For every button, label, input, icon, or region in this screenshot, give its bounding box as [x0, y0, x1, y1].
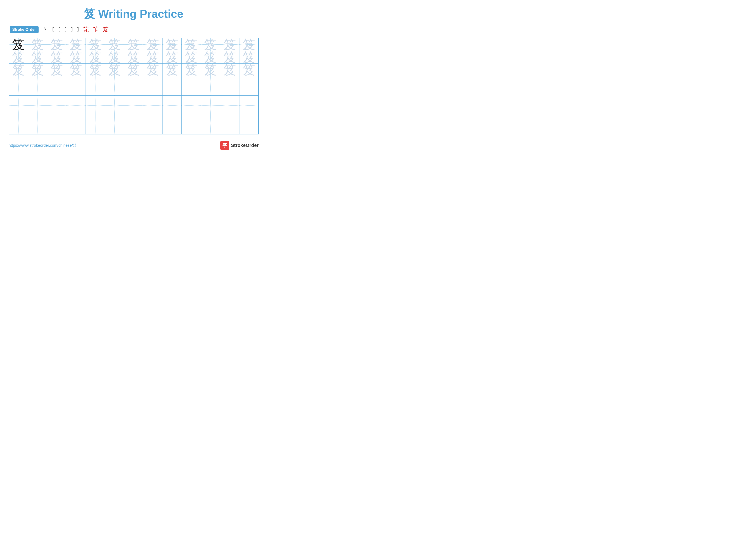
cell-4-9[interactable]	[162, 76, 182, 96]
cell-2-10[interactable]: 笈	[182, 51, 201, 64]
cell-5-3[interactable]	[47, 96, 67, 115]
cell-2-7[interactable]: 笈	[124, 51, 143, 64]
cell-1-11[interactable]: 笈	[201, 38, 220, 51]
cell-3-9[interactable]: 笈	[162, 64, 182, 76]
char-light: 笈	[69, 37, 82, 51]
cell-3-11[interactable]: 笈	[201, 64, 220, 76]
cell-2-12[interactable]: 笈	[220, 51, 239, 64]
cell-6-2[interactable]	[28, 115, 47, 135]
cell-6-5[interactable]	[86, 115, 105, 135]
cell-3-7[interactable]: 笈	[124, 64, 143, 76]
cell-2-13[interactable]: 笈	[239, 51, 258, 64]
cell-5-5[interactable]	[86, 96, 105, 115]
cell-1-4[interactable]: 笈	[67, 38, 86, 51]
cell-1-2[interactable]: 笈	[28, 38, 47, 51]
cell-6-3[interactable]	[47, 115, 67, 135]
stroke-step-9: 笈	[103, 25, 109, 34]
practice-grid: 笈 笈 笈 笈 笈 笈 笈 笈 笈 笈 笈 笈 笈 笈 笈 笈 笈 笈 笈 笈 …	[9, 38, 258, 135]
cell-5-11[interactable]	[201, 96, 220, 115]
cell-1-3[interactable]: 笈	[47, 38, 67, 51]
practice-row-2: 笈 笈 笈 笈 笈 笈 笈 笈 笈 笈 笈 笈 笈	[9, 51, 258, 64]
char-light: 笈	[127, 37, 140, 51]
cell-2-5[interactable]: 笈	[86, 51, 105, 64]
practice-row-5	[9, 96, 258, 115]
stroke-step-5: 𠂇	[71, 26, 73, 33]
footer-logo: 字 StrokeOrder	[220, 141, 258, 150]
cell-2-9[interactable]: 笈	[162, 51, 182, 64]
cell-2-8[interactable]: 笈	[143, 51, 162, 64]
cell-6-12[interactable]	[220, 115, 239, 135]
cell-1-1[interactable]: 笈	[9, 38, 28, 51]
char-light: 笈	[243, 37, 255, 51]
cell-3-10[interactable]: 笈	[182, 64, 201, 76]
logo-icon: 字	[220, 141, 229, 150]
char-light: 笈	[166, 37, 178, 51]
cell-2-2[interactable]: 笈	[28, 51, 47, 64]
cell-3-12[interactable]: 笈	[220, 64, 239, 76]
cell-6-11[interactable]	[201, 115, 220, 135]
cell-3-1[interactable]: 笈	[9, 64, 28, 76]
cell-3-5[interactable]: 笈	[86, 64, 105, 76]
cell-4-7[interactable]	[124, 76, 143, 96]
cell-4-4[interactable]	[67, 76, 86, 96]
cell-6-7[interactable]	[124, 115, 143, 135]
cell-1-13[interactable]: 笈	[239, 38, 258, 51]
cell-6-1[interactable]	[9, 115, 28, 135]
cell-4-6[interactable]	[105, 76, 124, 96]
cell-6-8[interactable]	[143, 115, 162, 135]
char-light: 笈	[147, 37, 159, 51]
cell-5-8[interactable]	[143, 96, 162, 115]
cell-4-3[interactable]	[47, 76, 67, 96]
cell-6-9[interactable]	[162, 115, 182, 135]
cell-2-1[interactable]: 笈	[9, 51, 28, 64]
cell-5-12[interactable]	[220, 96, 239, 115]
cell-5-4[interactable]	[67, 96, 86, 115]
cell-3-4[interactable]: 笈	[67, 64, 86, 76]
cell-5-10[interactable]	[182, 96, 201, 115]
char-light: 笈	[108, 37, 121, 51]
cell-1-8[interactable]: 笈	[143, 38, 162, 51]
cell-4-1[interactable]	[9, 76, 28, 96]
cell-4-13[interactable]	[239, 76, 258, 96]
stroke-order-badge: Stroke Order	[10, 26, 39, 33]
cell-3-13[interactable]: 笈	[239, 64, 258, 76]
cell-2-4[interactable]: 笈	[67, 51, 86, 64]
practice-row-1: 笈 笈 笈 笈 笈 笈 笈 笈 笈 笈 笈 笈 笈	[9, 38, 258, 51]
cell-1-12[interactable]: 笈	[220, 38, 239, 51]
cell-4-10[interactable]	[182, 76, 201, 96]
cell-4-8[interactable]	[143, 76, 162, 96]
cell-4-5[interactable]	[86, 76, 105, 96]
practice-row-6	[9, 115, 258, 135]
cell-6-4[interactable]	[67, 115, 86, 135]
cell-3-8[interactable]: 笈	[143, 64, 162, 76]
cell-5-1[interactable]	[9, 96, 28, 115]
footer-url[interactable]: https://www.strokeorder.com/chinese/笈	[9, 143, 77, 148]
cell-4-11[interactable]	[201, 76, 220, 96]
cell-1-10[interactable]: 笈	[182, 38, 201, 51]
cell-2-6[interactable]: 笈	[105, 51, 124, 64]
logo-text: StrokeOrder	[231, 142, 258, 148]
cell-3-3[interactable]: 笈	[47, 64, 67, 76]
cell-6-10[interactable]	[182, 115, 201, 135]
cell-5-7[interactable]	[124, 96, 143, 115]
cell-5-2[interactable]	[28, 96, 47, 115]
cell-6-13[interactable]	[239, 115, 258, 135]
cell-4-12[interactable]	[220, 76, 239, 96]
char-light: 笈	[224, 37, 236, 51]
cell-1-7[interactable]: 笈	[124, 38, 143, 51]
cell-4-2[interactable]	[28, 76, 47, 96]
cell-3-6[interactable]: 笈	[105, 64, 124, 76]
cell-3-2[interactable]: 笈	[28, 64, 47, 76]
cell-2-11[interactable]: 笈	[201, 51, 220, 64]
stroke-step-4: 𠂇	[65, 26, 67, 33]
cell-2-3[interactable]: 笈	[47, 51, 67, 64]
cell-6-6[interactable]	[105, 115, 124, 135]
cell-1-6[interactable]: 笈	[105, 38, 124, 51]
cell-5-6[interactable]	[105, 96, 124, 115]
cell-5-9[interactable]	[162, 96, 182, 115]
stroke-step-8: 笇	[93, 25, 99, 34]
cell-1-9[interactable]: 笈	[162, 38, 182, 51]
stroke-step-3: 𠂆	[58, 26, 61, 33]
cell-1-5[interactable]: 笈	[86, 38, 105, 51]
cell-5-13[interactable]	[239, 96, 258, 115]
